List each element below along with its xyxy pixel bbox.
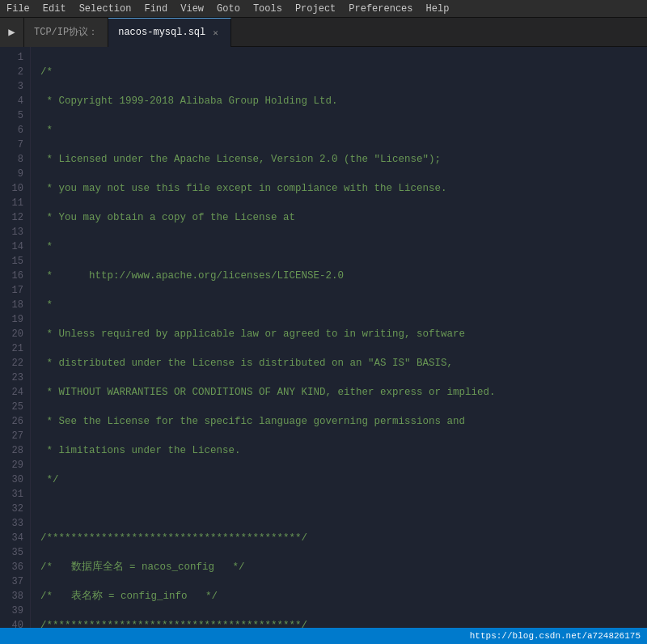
menu-file[interactable]: File	[0, 2, 36, 16]
editor-area: 1 2 3 4 5 6 7 8 9 10 11 12 13 14 15 16 1…	[0, 47, 647, 628]
menu-help[interactable]: Help	[420, 2, 456, 16]
tab-close-button[interactable]: ✕	[210, 27, 221, 39]
menu-view[interactable]: View	[174, 2, 210, 16]
menu-project[interactable]: Project	[289, 2, 342, 16]
code-line-8: * http://www.apache.org/licenses/LICENSE…	[40, 269, 647, 283]
tab-bar: ▶ TCP/IP协议： nacos-mysql.sql ✕	[0, 18, 647, 47]
tab-tcpip-label: TCP/IP协议：	[34, 25, 98, 39]
code-line-4: * Licensed under the Apache License, Ver…	[40, 152, 647, 167]
menu-goto[interactable]: Goto	[210, 2, 247, 16]
status-bar: https://blog.csdn.net/a724826175	[0, 628, 647, 644]
tab-nacos-mysql[interactable]: nacos-mysql.sql ✕	[108, 18, 231, 47]
code-line-6: * You may obtain a copy of the License a…	[40, 210, 647, 225]
code-line-17: /***************************************…	[40, 531, 647, 545]
tab-tcpip[interactable]: TCP/IP协议：	[24, 18, 108, 47]
tab-nacos-mysql-label: nacos-mysql.sql	[118, 27, 205, 38]
menu-find[interactable]: Find	[137, 2, 174, 16]
tab-scroll-arrow[interactable]: ▶	[0, 18, 24, 47]
code-line-3: *	[40, 123, 647, 138]
menu-selection[interactable]: Selection	[73, 2, 138, 16]
code-line-13: * See the License for the specific langu…	[40, 414, 647, 429]
code-line-19: /* 表名称 = config_info */	[40, 589, 647, 604]
code-line-16	[40, 502, 647, 516]
menu-tools[interactable]: Tools	[247, 2, 289, 16]
code-line-2: * Copyright 1999-2018 Alibaba Group Hold…	[40, 94, 647, 108]
code-line-12: * WITHOUT WARRANTIES OR CONDITIONS OF AN…	[40, 385, 647, 400]
status-url: https://blog.csdn.net/a724826175	[470, 631, 641, 641]
code-line-18: /* 数据库全名 = nacos_config */	[40, 560, 647, 574]
code-line-11: * distributed under the License is distr…	[40, 356, 647, 371]
code-line-15: */	[40, 472, 647, 487]
code-line-10: * Unless required by applicable law or a…	[40, 327, 647, 341]
code-content[interactable]: /* * Copyright 1999-2018 Alibaba Group H…	[31, 47, 647, 628]
code-line-14: * limitations under the License.	[40, 443, 647, 458]
menu-edit[interactable]: Edit	[36, 2, 73, 16]
line-numbers: 1 2 3 4 5 6 7 8 9 10 11 12 13 14 15 16 1…	[0, 47, 31, 628]
code-line-20: /***************************************…	[40, 618, 647, 628]
menu-preferences[interactable]: Preferences	[342, 2, 419, 16]
menu-bar: File Edit Selection Find View Goto Tools…	[0, 0, 647, 18]
code-line-1: /*	[40, 65, 647, 79]
code-line-7: *	[40, 239, 647, 254]
code-line-5: * you may not use this file except in co…	[40, 181, 647, 196]
code-line-9: *	[40, 298, 647, 312]
